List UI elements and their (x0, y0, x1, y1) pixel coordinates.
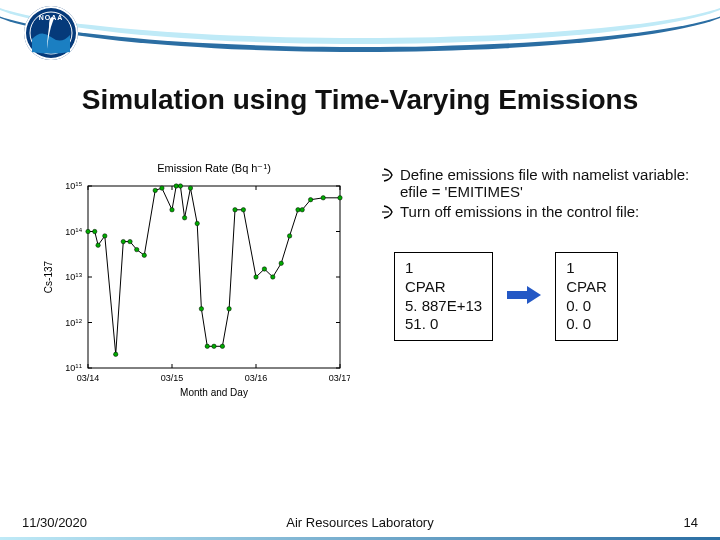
svg-point-54 (233, 208, 237, 212)
svg-marker-69 (527, 286, 541, 304)
slide-title: Simulation using Time-Varying Emissions (0, 84, 720, 116)
control-box-before: 1 CPAR 5. 887E+13 51. 0 (394, 252, 493, 341)
svg-point-39 (135, 247, 139, 251)
svg-rect-68 (507, 291, 527, 299)
svg-text:Month and Day: Month and Day (180, 387, 248, 398)
svg-point-49 (199, 307, 203, 311)
arrow-icon (507, 286, 541, 308)
footer-center: Air Resources Laboratory (0, 515, 720, 530)
svg-rect-1 (88, 186, 340, 368)
svg-point-60 (287, 234, 291, 238)
svg-text:1015: 1015 (65, 181, 82, 191)
svg-text:1011: 1011 (65, 363, 82, 373)
svg-text:1013: 1013 (65, 272, 82, 282)
bullet-1: Define emissions file with namelist vari… (380, 166, 700, 200)
svg-point-52 (220, 344, 224, 348)
svg-point-41 (153, 188, 157, 192)
svg-point-43 (170, 208, 174, 212)
noaa-logo: NOAA (24, 6, 78, 60)
svg-point-61 (296, 208, 300, 212)
svg-text:1014: 1014 (65, 227, 82, 237)
svg-point-36 (114, 352, 118, 356)
svg-text:03/16: 03/16 (245, 373, 268, 383)
svg-point-46 (182, 216, 186, 220)
svg-point-48 (195, 221, 199, 225)
svg-point-64 (321, 196, 325, 200)
svg-point-35 (103, 234, 107, 238)
svg-point-32 (86, 229, 90, 233)
svg-text:03/17: 03/17 (329, 373, 350, 383)
header-waves (0, 0, 720, 80)
emission-chart: Emission Rate (Bq h⁻¹)101110121013101410… (40, 158, 350, 408)
svg-point-34 (96, 243, 100, 247)
svg-point-42 (160, 186, 164, 190)
bullet-icon (380, 203, 394, 222)
svg-text:Emission Rate (Bq h⁻¹): Emission Rate (Bq h⁻¹) (157, 162, 271, 174)
control-boxes: 1 CPAR 5. 887E+13 51. 0 1 CPAR 0. 0 0. 0 (394, 252, 618, 341)
control-box-after: 1 CPAR 0. 0 0. 0 (555, 252, 618, 341)
svg-point-65 (338, 196, 342, 200)
svg-point-38 (128, 239, 132, 243)
svg-text:Cs-137: Cs-137 (43, 260, 54, 293)
svg-point-37 (121, 239, 125, 243)
svg-point-62 (300, 208, 304, 212)
svg-point-47 (188, 186, 192, 190)
svg-point-59 (279, 261, 283, 265)
svg-text:03/15: 03/15 (161, 373, 184, 383)
svg-point-51 (212, 344, 216, 348)
svg-text:03/14: 03/14 (77, 373, 100, 383)
svg-point-53 (227, 307, 231, 311)
svg-text:1012: 1012 (65, 318, 82, 328)
logo-acronym: NOAA (24, 14, 78, 21)
bullet-2: Turn off emissions in the control file: (380, 203, 700, 222)
svg-point-45 (178, 184, 182, 188)
svg-point-44 (174, 184, 178, 188)
bullet-2-text: Turn off emissions in the control file: (400, 203, 639, 220)
svg-point-50 (205, 344, 209, 348)
svg-point-40 (142, 253, 146, 257)
bullet-1-text: Define emissions file with namelist vari… (400, 166, 700, 200)
svg-point-56 (254, 275, 258, 279)
svg-point-55 (241, 208, 245, 212)
bullet-list: Define emissions file with namelist vari… (380, 166, 700, 225)
svg-point-58 (271, 275, 275, 279)
svg-point-57 (262, 267, 266, 271)
footer-page: 14 (684, 515, 698, 530)
svg-point-33 (93, 229, 97, 233)
svg-point-63 (308, 197, 312, 201)
bullet-icon (380, 166, 394, 185)
